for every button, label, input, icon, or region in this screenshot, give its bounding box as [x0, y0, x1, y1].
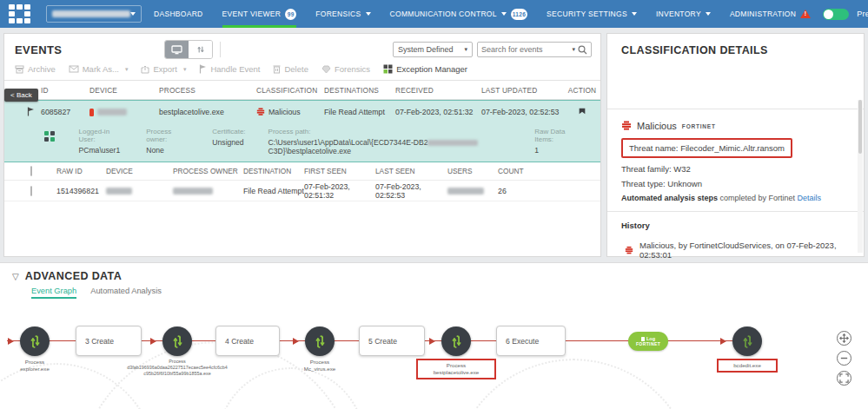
- handle-event-button[interactable]: Handle Event: [199, 64, 260, 74]
- collapse-triangle-icon[interactable]: ▽: [12, 272, 19, 281]
- events-panel: EVENTS System Defined ▾: [3, 33, 601, 257]
- archive-button[interactable]: Archive: [15, 64, 56, 74]
- graph-node-bcdedit[interactable]: bcdedit.exe: [732, 327, 762, 373]
- col-raw-device[interactable]: DEVICE: [106, 167, 173, 175]
- raw-process-owner: [173, 187, 243, 195]
- col-first-seen[interactable]: FIRST SEEN: [304, 167, 375, 175]
- arrowhead-icon: [150, 338, 156, 345]
- process-owner: Process owner: None: [146, 128, 189, 155]
- export-button[interactable]: Export ▾: [141, 64, 186, 74]
- nav-event-viewer[interactable]: EVENT VIEWER 99: [222, 9, 297, 20]
- col-destination[interactable]: DESTINATION: [243, 167, 304, 175]
- process-view-button[interactable]: [189, 41, 212, 58]
- mark-as-button[interactable]: Mark As... ▾: [69, 64, 129, 74]
- process-icon: [313, 334, 328, 349]
- raw-data-row[interactable]: 1514396821 File Read Attempt 07-Feb-2023…: [4, 181, 600, 201]
- col-process[interactable]: PROCESS: [159, 86, 256, 95]
- handled-flag-icon: [27, 107, 35, 116]
- col-id[interactable]: ID: [41, 86, 89, 95]
- search-box: ▾: [477, 42, 592, 57]
- document-icon: [641, 337, 645, 341]
- events-title: EVENTS: [15, 43, 62, 56]
- col-device[interactable]: DEVICE: [89, 86, 159, 95]
- chevron-down-icon: [501, 12, 507, 16]
- organization-selector[interactable]: [46, 5, 142, 23]
- automated-analysis-line: Automated analysis steps completed by Fo…: [621, 194, 850, 202]
- tab-automated-analysis[interactable]: Automated Analysis: [90, 287, 162, 299]
- chevron-down-icon: [130, 12, 136, 16]
- node-label: Processd3fab196936a0daa26227517ecaec5ee4…: [126, 359, 229, 376]
- raw-table-header: RAW ID DEVICE PROCESS OWNER DESTINATION …: [4, 162, 600, 181]
- forensics-button[interactable]: Forensics: [321, 64, 370, 74]
- tab-event-graph[interactable]: Event Graph: [31, 287, 76, 299]
- trash-icon: [273, 64, 281, 74]
- nav-administration[interactable]: ADMINISTRATION: [730, 10, 811, 18]
- back-button[interactable]: < Back: [4, 89, 38, 102]
- history-title: History: [621, 221, 850, 230]
- event-process: bestplacetolive.exe: [159, 108, 256, 116]
- graph-node-hash-process[interactable]: Processd3fab196936a0daa26227517ecaec5ee4…: [162, 327, 192, 376]
- details-link[interactable]: Details: [798, 194, 822, 202]
- warning-icon: [800, 10, 811, 18]
- malicious-icon: [256, 108, 265, 116]
- monitor-icon: [171, 45, 182, 55]
- row-checkbox[interactable]: [30, 186, 32, 196]
- col-last-seen[interactable]: LAST SEEN: [375, 167, 447, 175]
- raw-users: [447, 187, 498, 195]
- nav-forensics[interactable]: FORENSICS: [315, 10, 370, 18]
- nav-items: DASHBOARD EVENT VIEWER 99 FORENSICS COMM…: [154, 9, 811, 20]
- raw-first-seen: 07-Feb-2023, 02:51:32: [304, 182, 375, 200]
- prevention-toggle[interactable]: [823, 9, 849, 20]
- col-destinations[interactable]: DESTINATIONS: [324, 86, 395, 95]
- search-icon[interactable]: [578, 45, 587, 55]
- nav-communication-control[interactable]: COMMUNICATION CONTROL 1126: [390, 9, 528, 20]
- fit-to-screen-button[interactable]: [837, 371, 851, 386]
- process-path: Process path: C:\Users\user1\AppData\Loc…: [268, 128, 535, 155]
- raw-destination: File Read Attempt: [243, 187, 304, 195]
- scrollbar[interactable]: [858, 100, 863, 253]
- nav-right: Prevention: [823, 9, 868, 20]
- exception-grid-icon: [383, 64, 393, 74]
- nav-inventory[interactable]: INVENTORY: [656, 10, 711, 18]
- event-classification: Malicious: [256, 108, 324, 116]
- nav-security-settings[interactable]: SECURITY SETTINGS: [547, 10, 637, 18]
- col-classification[interactable]: CLASSIFICATION: [256, 86, 324, 95]
- gem-icon: [321, 65, 331, 74]
- event-received: 07-Feb-2023, 02:51:32: [395, 108, 481, 116]
- raw-data-items: Raw Data Items: 1: [534, 128, 581, 155]
- process-icon: [449, 334, 464, 349]
- chevron-down-icon: [632, 12, 637, 16]
- selected-event-block: 6085827 bestplacetolive.exe Malicious Fi…: [4, 100, 600, 162]
- graph-node-explorer[interactable]: Processexplorer.exe: [20, 327, 50, 373]
- zoom-out-button[interactable]: [837, 351, 851, 366]
- search-input[interactable]: [481, 45, 569, 54]
- col-users[interactable]: USERS: [447, 167, 498, 175]
- exception-manager-button[interactable]: Exception Manager: [383, 64, 467, 74]
- filter-select[interactable]: System Defined ▾: [393, 42, 473, 57]
- graph-node-bestplacetolive[interactable]: Processbestplacetolive.exe: [441, 327, 471, 379]
- mode-selector[interactable]: Prevention: [857, 10, 868, 18]
- nav-dashboard[interactable]: DASHBOARD: [154, 10, 203, 18]
- delete-button[interactable]: Delete: [273, 64, 308, 74]
- device-view-button[interactable]: [165, 41, 189, 58]
- advanced-data-section: ▽ ADVANCED DATA Event Graph Automated An…: [0, 262, 868, 409]
- col-last-updated[interactable]: LAST UPDATED: [481, 86, 567, 95]
- move-icon: [839, 333, 849, 343]
- graph-step-5-create: 5 Create: [359, 326, 425, 356]
- col-received[interactable]: RECEIVED: [395, 86, 481, 95]
- node-label-highlighted: bcdedit.exe: [717, 359, 778, 373]
- col-count[interactable]: COUNT: [498, 167, 533, 175]
- raw-last-seen: 07-Feb-2023, 02:52:53: [375, 182, 447, 200]
- event-row[interactable]: 6085827 bestplacetolive.exe Malicious Fi…: [4, 101, 600, 123]
- archive-icon: [15, 65, 24, 74]
- select-all-checkbox[interactable]: [30, 166, 32, 176]
- raw-data-grid-icon[interactable]: [44, 131, 55, 155]
- graph-node-mc-virus[interactable]: ProcessMc_virus.exe: [305, 327, 335, 373]
- col-raw-id[interactable]: RAW ID: [56, 167, 106, 175]
- col-process-owner[interactable]: PROCESS OWNER: [173, 167, 243, 175]
- fortinet-log-badge[interactable]: Log FORTINET: [628, 332, 668, 351]
- event-count-badge: 99: [285, 9, 296, 20]
- pan-control-button[interactable]: [837, 331, 851, 346]
- chevron-down-icon: ▾: [183, 66, 187, 73]
- block-action-icon: [578, 107, 586, 115]
